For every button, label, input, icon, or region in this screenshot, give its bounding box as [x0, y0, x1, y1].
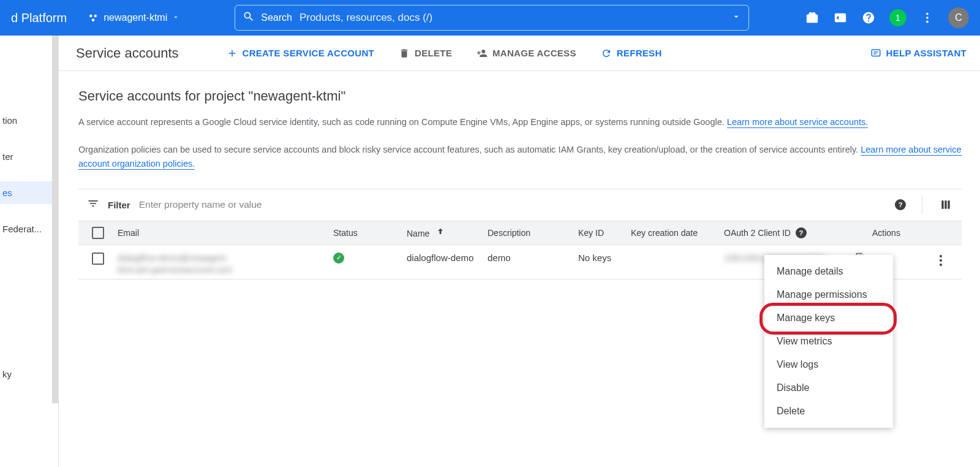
- project-name: newagent-ktmi: [104, 12, 167, 23]
- scrollbar[interactable]: [52, 36, 58, 403]
- filter-row: Filter Enter property name or value ?: [78, 189, 962, 221]
- menu-delete[interactable]: Delete: [764, 400, 893, 423]
- col-email[interactable]: Email: [118, 228, 333, 238]
- sidebar-item[interactable]: ter: [0, 145, 58, 168]
- sidebar-item[interactable]: ky: [0, 363, 58, 385]
- search-icon: [243, 10, 255, 25]
- cell-email[interactable]: dialogflow-demo@newagent ktmi.iam.gservi…: [118, 252, 333, 276]
- more-icon[interactable]: [920, 10, 935, 25]
- col-keydate[interactable]: Key creation date: [631, 228, 724, 238]
- cell-name: dialogflow-demo: [407, 252, 488, 263]
- sidebar-item[interactable]: Federat...: [0, 218, 58, 240]
- sidebar: tion ter es Federat... ky: [0, 36, 59, 467]
- label: OAuth 2 Client ID: [724, 228, 791, 238]
- svg-point-5: [926, 21, 929, 23]
- columns-icon[interactable]: [938, 197, 953, 212]
- cell-status: ✓: [333, 252, 407, 264]
- delete-button[interactable]: DELETE: [398, 44, 453, 63]
- svg-point-2: [92, 19, 95, 22]
- sidebar-item-active[interactable]: es: [0, 181, 58, 204]
- col-keyid[interactable]: Key ID: [578, 228, 631, 238]
- email-text: dialogflow-demo@newagent ktmi.iam.gservi…: [118, 252, 326, 276]
- select-all-checkbox[interactable]: [92, 227, 104, 239]
- text: A service account represents a Google Cl…: [78, 117, 727, 127]
- sub-title: Service accounts for project "newagent-k…: [78, 88, 962, 104]
- description-2: Organization policies can be used to sec…: [78, 143, 962, 171]
- search-input[interactable]: Search Products, resources, docs (/): [235, 5, 749, 31]
- chevron-down-icon: [172, 12, 179, 23]
- refresh-button[interactable]: REFRESH: [600, 44, 663, 63]
- search-placeholder: Products, resources, docs (/): [300, 12, 731, 24]
- svg-point-0: [89, 15, 92, 18]
- label: DELETE: [415, 48, 452, 58]
- svg-point-1: [94, 15, 97, 18]
- help-assistant-button[interactable]: HELP ASSISTANT: [869, 44, 968, 63]
- main-content: Service accounts for project "newagent-k…: [59, 71, 980, 279]
- action-bar: Service accounts CREATE SERVICE ACCOUNT …: [59, 36, 980, 71]
- manage-access-button[interactable]: MANAGE ACCESS: [475, 44, 578, 63]
- platform-name: d Platform: [11, 11, 67, 25]
- menu-manage-keys[interactable]: Manage keys: [764, 306, 893, 330]
- top-actions: 1 C: [805, 7, 969, 28]
- svg-point-4: [926, 17, 929, 19]
- filter-icon: [87, 197, 99, 212]
- table-header: Email Status Name Description Key ID Key…: [78, 221, 962, 245]
- cloud-shell-icon[interactable]: [833, 10, 848, 25]
- description-1: A service account represents a Google Cl…: [78, 115, 962, 129]
- project-icon: [88, 12, 99, 23]
- menu-view-logs[interactable]: View logs: [764, 353, 893, 376]
- row-actions-menu-button[interactable]: [933, 252, 948, 268]
- search-container: Search Products, resources, docs (/): [235, 5, 749, 31]
- gift-icon[interactable]: [805, 10, 820, 25]
- col-name[interactable]: Name: [407, 227, 488, 238]
- cell-description: demo: [488, 252, 578, 263]
- sidebar-item[interactable]: tion: [0, 109, 58, 132]
- label: Name: [407, 229, 429, 238]
- page-title: Service accounts: [76, 45, 179, 61]
- notifications-badge[interactable]: 1: [889, 9, 907, 26]
- divider: [922, 196, 922, 214]
- menu-disable[interactable]: Disable: [764, 376, 893, 400]
- filter-input[interactable]: Enter property name or value: [139, 199, 886, 210]
- menu-manage-permissions[interactable]: Manage permissions: [764, 283, 893, 306]
- menu-view-metrics[interactable]: View metrics: [764, 330, 893, 353]
- help-icon[interactable]: ?: [796, 227, 807, 238]
- help-icon[interactable]: ?: [895, 199, 906, 210]
- status-ok-icon: ✓: [333, 252, 344, 264]
- avatar[interactable]: C: [948, 7, 969, 28]
- svg-rect-6: [872, 50, 880, 56]
- label: MANAGE ACCESS: [492, 48, 576, 58]
- col-oauth[interactable]: OAuth 2 Client ID ?: [724, 227, 866, 238]
- cell-keyid: No keys: [578, 252, 631, 263]
- top-bar: d Platform newagent-ktmi Search Products…: [0, 0, 980, 36]
- learn-more-link[interactable]: Learn more about service accounts.: [727, 117, 869, 128]
- help-icon[interactable]: [861, 10, 876, 25]
- label: REFRESH: [617, 48, 662, 58]
- project-selector[interactable]: newagent-ktmi: [81, 9, 186, 27]
- label: CREATE SERVICE ACCOUNT: [243, 48, 375, 58]
- col-description[interactable]: Description: [488, 228, 578, 238]
- col-actions: Actions: [866, 228, 940, 238]
- label: HELP ASSISTANT: [886, 48, 967, 58]
- text: Organization policies can be used to sec…: [78, 145, 861, 154]
- row-checkbox[interactable]: [92, 252, 104, 265]
- search-label: Search: [261, 12, 292, 23]
- col-status[interactable]: Status: [333, 228, 407, 238]
- svg-point-3: [926, 13, 929, 15]
- chevron-down-icon: [731, 12, 741, 24]
- sort-ascending-icon: [435, 229, 445, 238]
- menu-manage-details[interactable]: Manage details: [764, 260, 893, 283]
- actions-dropdown: Manage details Manage permissions Manage…: [764, 255, 893, 428]
- create-service-account-button[interactable]: CREATE SERVICE ACCOUNT: [225, 44, 376, 63]
- filter-label: Filter: [108, 200, 130, 210]
